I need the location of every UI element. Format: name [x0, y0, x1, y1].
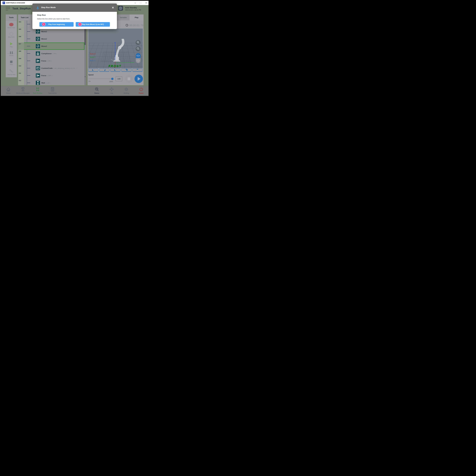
tree-branch: [27, 24, 30, 24]
command-label: Force: [41, 75, 46, 77]
maximize-button[interactable]: [138, 1, 143, 5]
setting-icon: [124, 87, 129, 92]
command-label: MoveJ: [41, 31, 47, 33]
speed-slider-track[interactable]: [88, 78, 113, 79]
nav-jog[interactable]: Jog: [104, 87, 119, 94]
dialog-heading: Step Run: [37, 14, 46, 16]
tool-stop[interactable]: Stop: [6, 61, 17, 65]
view-control-pill: [136, 53, 140, 63]
cube-front-icon: [92, 68, 95, 71]
tree-line: [27, 20, 27, 85]
tool-pause[interactable]: Pause: [6, 51, 17, 56]
task-row-010[interactable]: 010 CustomCode( set_damping_factor([1.0,…: [18, 65, 84, 72]
home-icon: [6, 87, 11, 92]
task-row-006[interactable]: 006 J MoveJ: [18, 35, 84, 42]
force-icon: [36, 73, 40, 78]
menu-hamburger-button[interactable]: [6, 7, 10, 11]
play-run-button[interactable]: [135, 75, 143, 83]
speed-value-input[interactable]: 100: [116, 76, 122, 81]
speed-slider-thumb[interactable]: [111, 78, 114, 80]
zoom-in-icon: [136, 40, 140, 45]
tree-branch: [27, 46, 30, 46]
stop-icon: [10, 61, 13, 63]
breakpoint-icon: [9, 23, 14, 26]
cube-left-icon: [114, 68, 117, 71]
page-title: Task_StepRun: [12, 7, 31, 10]
play-from-movej-line007-button[interactable]: 4 Play from MoveJ (Line 007): [76, 22, 110, 27]
command-label: Force: [41, 60, 46, 62]
axis-x-label: Axis X: [90, 53, 96, 55]
pause-icon: [6, 51, 17, 54]
tree-branch: [27, 68, 30, 68]
command-param: ( set_damping_factor([1.0,1.0⋯ ): [53, 68, 77, 69]
tutorial-badge-5: 5: [42, 22, 46, 26]
tool-break-point[interactable]: Break Point: [6, 23, 17, 29]
view-left-button[interactable]: [110, 68, 120, 72]
skip-point-icon: [10, 32, 13, 36]
view-top-button[interactable]: [132, 68, 142, 72]
rotate-view-button[interactable]: [136, 53, 140, 58]
app-screen: D DART-Platform GV02110200 – ✕ Task_Step…: [0, 0, 149, 97]
line-number: 008: [18, 50, 24, 57]
timer-clock-icon: [126, 24, 128, 27]
workcell-manager-icon: [20, 87, 26, 92]
task-row-011[interactable]: 011 Force( OFF ): [18, 72, 84, 79]
nav-status[interactable]: Status: [90, 87, 104, 94]
close-dialog-button[interactable]: ✕: [111, 6, 115, 10]
svg-text:J: J: [37, 30, 38, 33]
nav-task-builder[interactable]: Task Builder: [31, 87, 45, 94]
axis-z-line: [115, 43, 115, 60]
movej-icon: J: [36, 37, 40, 41]
movej-icon: J: [36, 29, 40, 34]
scrollbar-thumb[interactable]: [84, 28, 86, 45]
robot-mode-icon[interactable]: [118, 6, 123, 11]
movej-icon: J: [36, 44, 40, 48]
tab-play[interactable]: Play: [130, 15, 144, 20]
nav-power[interactable]: Power: [134, 87, 148, 94]
command-param: ( ON ): [52, 53, 57, 54]
stop-run-button[interactable]: [125, 75, 133, 83]
front-view-label: FRONT: [102, 64, 128, 68]
view-front-button[interactable]: [88, 68, 98, 72]
view-iso-button[interactable]: [121, 68, 132, 72]
zoom-out-button[interactable]: [136, 47, 140, 51]
command-param: ( ON ): [47, 60, 51, 62]
step-run-mode-dialog: Step Run Mode ✕ Step Run Select the line…: [32, 3, 117, 29]
view-right-button[interactable]: [99, 68, 109, 72]
dialog-subtitle: Select the line which you want to start …: [37, 18, 70, 20]
task-row-007-selected[interactable]: 007 J MoveJ: [18, 42, 84, 50]
task-writer-icon: [50, 87, 55, 92]
nav-home[interactable]: Home: [1, 87, 16, 94]
nav-setting[interactable]: Setting: [119, 87, 134, 94]
dialog-body: Step Run Select the line which you want …: [32, 12, 117, 29]
dialog-title: Step Run Mode: [41, 6, 56, 9]
window-title: DART-Platform GV02110200: [6, 2, 25, 4]
task-row-009[interactable]: 009 Force( ON ): [18, 57, 84, 65]
pan-view-button[interactable]: [136, 58, 140, 63]
task-row-008[interactable]: 008 Compliance( ON ): [18, 50, 84, 57]
robot-mode-status: Auto Standby: [125, 7, 137, 9]
task-list-scrollbar[interactable]: [84, 20, 86, 85]
run-timer: 00:00:01.73: [129, 24, 143, 27]
minimize-button[interactable]: –: [133, 1, 137, 5]
nav-workcell-manager[interactable]: Workcell Manager: [16, 87, 30, 94]
cube-top-icon: [136, 68, 139, 71]
axis-z-label: Axis Z: [90, 60, 95, 62]
play-from-beginning-button[interactable]: 5 Play from beginning: [39, 22, 74, 27]
tool-step-by-step[interactable]: Step by Step: [6, 69, 17, 75]
command-param: ( OFF ): [47, 75, 52, 77]
line-number: 011: [18, 72, 24, 79]
tab-variable[interactable]: Variable: [117, 15, 130, 20]
tool-play[interactable]: Play: [6, 42, 17, 48]
zoom-in-button[interactable]: [136, 40, 140, 45]
axis-y-label: Axis Y: [90, 56, 96, 58]
scroll-down-icon[interactable]: [85, 76, 85, 77]
command-label: MoveJ: [41, 38, 47, 40]
speed-min-label: 1%: [88, 81, 90, 82]
tool-skip-point[interactable]: Skip Point: [6, 32, 17, 38]
nav-task-writer[interactable]: Task Writer: [45, 87, 60, 94]
task-row-012[interactable]: 012 Wait( 1.0 ): [18, 79, 84, 85]
close-window-button[interactable]: ✕: [144, 1, 148, 5]
robot-3d-viewer[interactable]: Axis X Axis Y Axis Z FRONT: [88, 29, 143, 68]
tree-branch: [27, 83, 30, 83]
